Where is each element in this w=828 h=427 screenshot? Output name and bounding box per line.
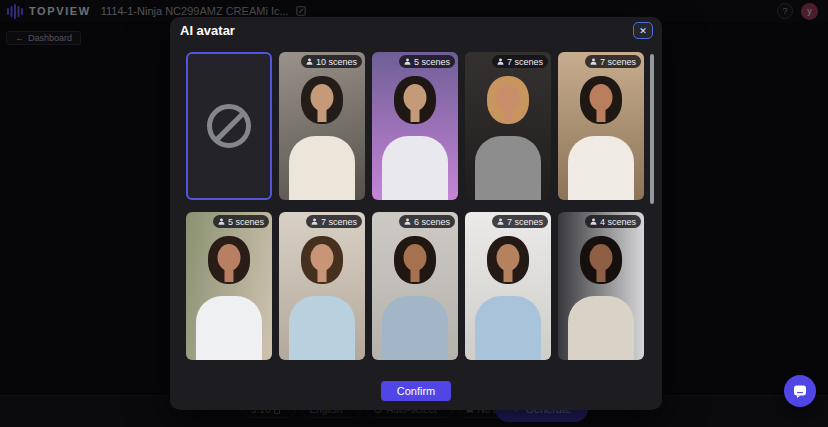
chat-launcher-button[interactable] xyxy=(784,375,816,407)
avatar-option[interactable]: 5 scenes xyxy=(186,212,272,360)
avatar-face xyxy=(497,84,520,111)
avatar-torso xyxy=(289,296,355,360)
scenes-badge: 5 scenes xyxy=(399,55,455,68)
avatar-option[interactable]: 7 scenes xyxy=(465,52,551,200)
avatar-face xyxy=(590,84,613,111)
scenes-badge-label: 7 scenes xyxy=(507,217,543,227)
scenes-badge-label: 5 scenes xyxy=(414,57,450,67)
avatar-face xyxy=(497,244,520,271)
avatar-option[interactable]: 4 scenes xyxy=(558,212,644,360)
scenes-person-icon xyxy=(590,218,597,225)
scenes-badge-label: 5 scenes xyxy=(228,217,264,227)
scenes-badge-label: 7 scenes xyxy=(507,57,543,67)
avatar-option[interactable]: 7 scenes xyxy=(465,212,551,360)
avatar-torso xyxy=(475,296,541,360)
avatar-torso xyxy=(382,136,448,200)
modal-title: AI avatar xyxy=(180,23,235,38)
avatar-torso xyxy=(568,136,634,200)
avatar-neck xyxy=(597,108,606,122)
scenes-badge: 7 scenes xyxy=(492,55,548,68)
scenes-badge: 5 scenes xyxy=(213,215,269,228)
scenes-person-icon xyxy=(497,218,504,225)
avatar-neck xyxy=(225,268,234,282)
ai-avatar-modal: AI avatar ✕ 10 scenes 5 sce xyxy=(170,17,662,410)
grid-scrollbar-thumb[interactable] xyxy=(650,54,654,204)
scenes-badge: 7 scenes xyxy=(492,215,548,228)
scenes-person-icon xyxy=(497,58,504,65)
avatar-face xyxy=(404,84,427,111)
avatar-torso xyxy=(475,136,541,200)
scenes-badge: 7 scenes xyxy=(585,55,641,68)
scenes-badge-label: 7 scenes xyxy=(600,57,636,67)
scenes-badge: 6 scenes xyxy=(399,215,455,228)
avatar-torso xyxy=(289,136,355,200)
scenes-person-icon xyxy=(311,218,318,225)
scenes-badge-label: 7 scenes xyxy=(321,217,357,227)
scenes-badge: 10 scenes xyxy=(301,55,362,68)
chat-bubble-icon xyxy=(792,383,808,399)
avatar-torso xyxy=(382,296,448,360)
avatar-torso xyxy=(196,296,262,360)
scenes-badge-label: 6 scenes xyxy=(414,217,450,227)
avatar-neck xyxy=(597,268,606,282)
avatar-option[interactable]: 6 scenes xyxy=(372,212,458,360)
avatar-option[interactable]: 10 scenes xyxy=(279,52,365,200)
avatar-neck xyxy=(411,108,420,122)
avatar-face xyxy=(218,244,241,271)
avatar-option[interactable]: 5 scenes xyxy=(372,52,458,200)
avatar-neck xyxy=(504,108,513,122)
avatar-option[interactable]: 7 scenes xyxy=(279,212,365,360)
scenes-badge-label: 4 scenes xyxy=(600,217,636,227)
avatar-option[interactable]: 7 scenes xyxy=(558,52,644,200)
scenes-person-icon xyxy=(404,218,411,225)
scenes-person-icon xyxy=(218,218,225,225)
scenes-person-icon xyxy=(306,58,313,65)
avatar-neck xyxy=(411,268,420,282)
avatar-neck xyxy=(318,108,327,122)
no-avatar-ban-icon xyxy=(207,104,251,148)
scenes-person-icon xyxy=(590,58,597,65)
avatar-neck xyxy=(318,268,327,282)
avatar-face xyxy=(311,244,334,271)
avatar-face xyxy=(404,244,427,271)
avatar-neck xyxy=(504,268,513,282)
close-icon: ✕ xyxy=(639,26,647,36)
scenes-badge-label: 10 scenes xyxy=(316,57,357,67)
avatar-option-none[interactable] xyxy=(186,52,272,200)
avatar-face xyxy=(590,244,613,271)
avatar-face xyxy=(311,84,334,111)
confirm-button[interactable]: Confirm xyxy=(381,381,451,401)
avatar-torso xyxy=(568,296,634,360)
scenes-badge: 7 scenes xyxy=(306,215,362,228)
scenes-badge: 4 scenes xyxy=(585,215,641,228)
app-root: TOPVIEW 1114-1-Ninja NC299AMZ CREAMi Ic.… xyxy=(0,0,828,427)
avatar-grid: 10 scenes 5 scenes 7 scenes xyxy=(186,52,646,360)
scenes-person-icon xyxy=(404,58,411,65)
close-button[interactable]: ✕ xyxy=(633,22,653,39)
